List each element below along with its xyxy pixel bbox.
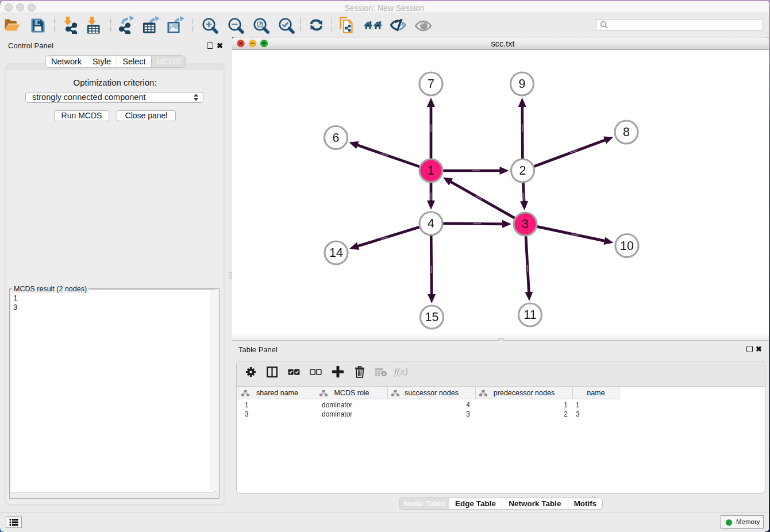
- svg-text:15: 15: [425, 310, 439, 324]
- svg-text:4: 4: [428, 217, 434, 230]
- svg-text:14: 14: [329, 246, 343, 260]
- svg-text:8: 8: [623, 125, 630, 139]
- svg-text:2: 2: [519, 164, 526, 178]
- svg-text:9: 9: [519, 77, 526, 91]
- svg-text:11: 11: [523, 308, 536, 322]
- svg-text:7: 7: [428, 77, 434, 91]
- svg-text:1: 1: [428, 164, 434, 178]
- svg-text:10: 10: [620, 239, 634, 253]
- svg-text:6: 6: [333, 131, 340, 145]
- svg-text:3: 3: [522, 217, 529, 231]
